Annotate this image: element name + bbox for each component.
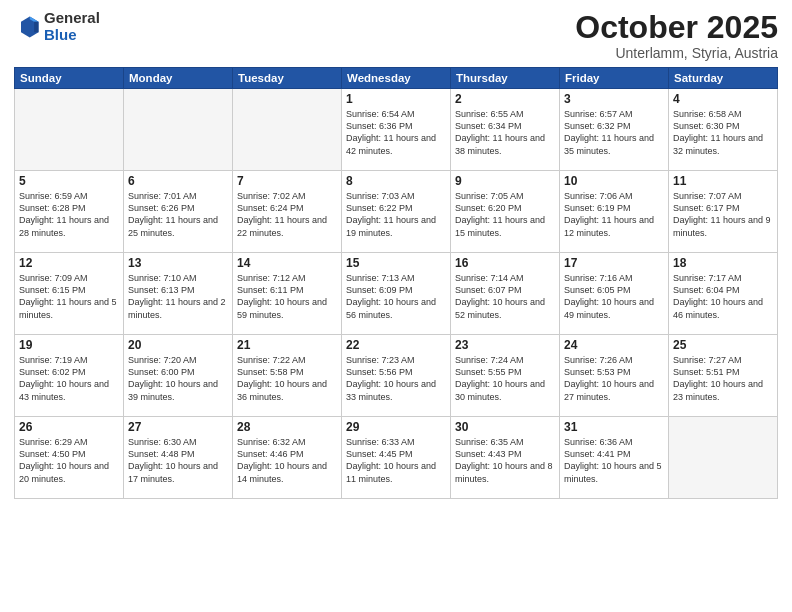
day-info: Sunrise: 7:05 AM Sunset: 6:20 PM Dayligh… — [455, 190, 555, 239]
day-number: 4 — [673, 92, 773, 106]
page: General Blue October 2025 Unterlamm, Sty… — [0, 0, 792, 612]
day-number: 3 — [564, 92, 664, 106]
day-number: 19 — [19, 338, 119, 352]
day-number: 31 — [564, 420, 664, 434]
day-cell: 6Sunrise: 7:01 AM Sunset: 6:26 PM Daylig… — [124, 171, 233, 253]
day-info: Sunrise: 7:03 AM Sunset: 6:22 PM Dayligh… — [346, 190, 446, 239]
day-number: 10 — [564, 174, 664, 188]
day-cell: 13Sunrise: 7:10 AM Sunset: 6:13 PM Dayli… — [124, 253, 233, 335]
day-number: 27 — [128, 420, 228, 434]
day-cell: 20Sunrise: 7:20 AM Sunset: 6:00 PM Dayli… — [124, 335, 233, 417]
day-cell: 31Sunrise: 6:36 AM Sunset: 4:41 PM Dayli… — [560, 417, 669, 499]
logo-text-line2: Blue — [44, 27, 100, 44]
day-header-row: SundayMondayTuesdayWednesdayThursdayFrid… — [15, 68, 778, 89]
day-cell: 9Sunrise: 7:05 AM Sunset: 6:20 PM Daylig… — [451, 171, 560, 253]
day-info: Sunrise: 7:10 AM Sunset: 6:13 PM Dayligh… — [128, 272, 228, 321]
day-number: 12 — [19, 256, 119, 270]
day-number: 11 — [673, 174, 773, 188]
day-number: 14 — [237, 256, 337, 270]
day-cell: 26Sunrise: 6:29 AM Sunset: 4:50 PM Dayli… — [15, 417, 124, 499]
day-header-cell-saturday: Saturday — [669, 68, 778, 89]
day-info: Sunrise: 6:32 AM Sunset: 4:46 PM Dayligh… — [237, 436, 337, 485]
day-cell: 3Sunrise: 6:57 AM Sunset: 6:32 PM Daylig… — [560, 89, 669, 171]
day-number: 15 — [346, 256, 446, 270]
day-cell: 19Sunrise: 7:19 AM Sunset: 6:02 PM Dayli… — [15, 335, 124, 417]
day-number: 24 — [564, 338, 664, 352]
day-number: 30 — [455, 420, 555, 434]
day-number: 2 — [455, 92, 555, 106]
day-number: 25 — [673, 338, 773, 352]
day-info: Sunrise: 7:14 AM Sunset: 6:07 PM Dayligh… — [455, 272, 555, 321]
day-cell: 10Sunrise: 7:06 AM Sunset: 6:19 PM Dayli… — [560, 171, 669, 253]
week-row-5: 26Sunrise: 6:29 AM Sunset: 4:50 PM Dayli… — [15, 417, 778, 499]
day-cell — [15, 89, 124, 171]
day-cell: 14Sunrise: 7:12 AM Sunset: 6:11 PM Dayli… — [233, 253, 342, 335]
week-row-2: 5Sunrise: 6:59 AM Sunset: 6:28 PM Daylig… — [15, 171, 778, 253]
day-info: Sunrise: 6:57 AM Sunset: 6:32 PM Dayligh… — [564, 108, 664, 157]
day-cell: 16Sunrise: 7:14 AM Sunset: 6:07 PM Dayli… — [451, 253, 560, 335]
day-info: Sunrise: 6:58 AM Sunset: 6:30 PM Dayligh… — [673, 108, 773, 157]
day-info: Sunrise: 7:26 AM Sunset: 5:53 PM Dayligh… — [564, 354, 664, 403]
day-info: Sunrise: 6:29 AM Sunset: 4:50 PM Dayligh… — [19, 436, 119, 485]
day-info: Sunrise: 7:09 AM Sunset: 6:15 PM Dayligh… — [19, 272, 119, 321]
day-cell: 15Sunrise: 7:13 AM Sunset: 6:09 PM Dayli… — [342, 253, 451, 335]
day-cell — [124, 89, 233, 171]
day-info: Sunrise: 7:12 AM Sunset: 6:11 PM Dayligh… — [237, 272, 337, 321]
day-cell: 29Sunrise: 6:33 AM Sunset: 4:45 PM Dayli… — [342, 417, 451, 499]
day-header-cell-wednesday: Wednesday — [342, 68, 451, 89]
day-cell: 1Sunrise: 6:54 AM Sunset: 6:36 PM Daylig… — [342, 89, 451, 171]
day-info: Sunrise: 7:24 AM Sunset: 5:55 PM Dayligh… — [455, 354, 555, 403]
day-number: 16 — [455, 256, 555, 270]
day-header-cell-friday: Friday — [560, 68, 669, 89]
day-cell: 22Sunrise: 7:23 AM Sunset: 5:56 PM Dayli… — [342, 335, 451, 417]
day-info: Sunrise: 7:16 AM Sunset: 6:05 PM Dayligh… — [564, 272, 664, 321]
day-info: Sunrise: 6:55 AM Sunset: 6:34 PM Dayligh… — [455, 108, 555, 157]
day-cell: 24Sunrise: 7:26 AM Sunset: 5:53 PM Dayli… — [560, 335, 669, 417]
day-info: Sunrise: 7:13 AM Sunset: 6:09 PM Dayligh… — [346, 272, 446, 321]
day-header-cell-thursday: Thursday — [451, 68, 560, 89]
day-number: 22 — [346, 338, 446, 352]
calendar-table: SundayMondayTuesdayWednesdayThursdayFrid… — [14, 67, 778, 499]
day-number: 20 — [128, 338, 228, 352]
day-cell: 2Sunrise: 6:55 AM Sunset: 6:34 PM Daylig… — [451, 89, 560, 171]
logo: General Blue — [14, 10, 100, 43]
day-number: 5 — [19, 174, 119, 188]
month-title: October 2025 — [575, 10, 778, 45]
day-number: 7 — [237, 174, 337, 188]
week-row-3: 12Sunrise: 7:09 AM Sunset: 6:15 PM Dayli… — [15, 253, 778, 335]
location: Unterlamm, Styria, Austria — [575, 45, 778, 61]
day-cell: 30Sunrise: 6:35 AM Sunset: 4:43 PM Dayli… — [451, 417, 560, 499]
day-cell: 28Sunrise: 6:32 AM Sunset: 4:46 PM Dayli… — [233, 417, 342, 499]
day-cell: 12Sunrise: 7:09 AM Sunset: 6:15 PM Dayli… — [15, 253, 124, 335]
day-cell: 23Sunrise: 7:24 AM Sunset: 5:55 PM Dayli… — [451, 335, 560, 417]
logo-icon — [14, 13, 42, 41]
day-cell — [669, 417, 778, 499]
day-cell: 18Sunrise: 7:17 AM Sunset: 6:04 PM Dayli… — [669, 253, 778, 335]
day-cell — [233, 89, 342, 171]
day-number: 29 — [346, 420, 446, 434]
day-number: 17 — [564, 256, 664, 270]
day-cell: 8Sunrise: 7:03 AM Sunset: 6:22 PM Daylig… — [342, 171, 451, 253]
day-info: Sunrise: 6:30 AM Sunset: 4:48 PM Dayligh… — [128, 436, 228, 485]
day-header-cell-monday: Monday — [124, 68, 233, 89]
day-info: Sunrise: 7:27 AM Sunset: 5:51 PM Dayligh… — [673, 354, 773, 403]
svg-marker-2 — [34, 21, 38, 32]
header: General Blue October 2025 Unterlamm, Sty… — [14, 10, 778, 61]
title-block: October 2025 Unterlamm, Styria, Austria — [575, 10, 778, 61]
day-number: 26 — [19, 420, 119, 434]
day-number: 28 — [237, 420, 337, 434]
week-row-1: 1Sunrise: 6:54 AM Sunset: 6:36 PM Daylig… — [15, 89, 778, 171]
day-header-cell-tuesday: Tuesday — [233, 68, 342, 89]
day-info: Sunrise: 6:35 AM Sunset: 4:43 PM Dayligh… — [455, 436, 555, 485]
day-cell: 7Sunrise: 7:02 AM Sunset: 6:24 PM Daylig… — [233, 171, 342, 253]
day-info: Sunrise: 6:54 AM Sunset: 6:36 PM Dayligh… — [346, 108, 446, 157]
day-cell: 5Sunrise: 6:59 AM Sunset: 6:28 PM Daylig… — [15, 171, 124, 253]
day-info: Sunrise: 7:01 AM Sunset: 6:26 PM Dayligh… — [128, 190, 228, 239]
day-cell: 25Sunrise: 7:27 AM Sunset: 5:51 PM Dayli… — [669, 335, 778, 417]
day-info: Sunrise: 6:36 AM Sunset: 4:41 PM Dayligh… — [564, 436, 664, 485]
week-row-4: 19Sunrise: 7:19 AM Sunset: 6:02 PM Dayli… — [15, 335, 778, 417]
logo-text-line1: General — [44, 10, 100, 27]
day-info: Sunrise: 6:33 AM Sunset: 4:45 PM Dayligh… — [346, 436, 446, 485]
day-number: 23 — [455, 338, 555, 352]
day-cell: 11Sunrise: 7:07 AM Sunset: 6:17 PM Dayli… — [669, 171, 778, 253]
